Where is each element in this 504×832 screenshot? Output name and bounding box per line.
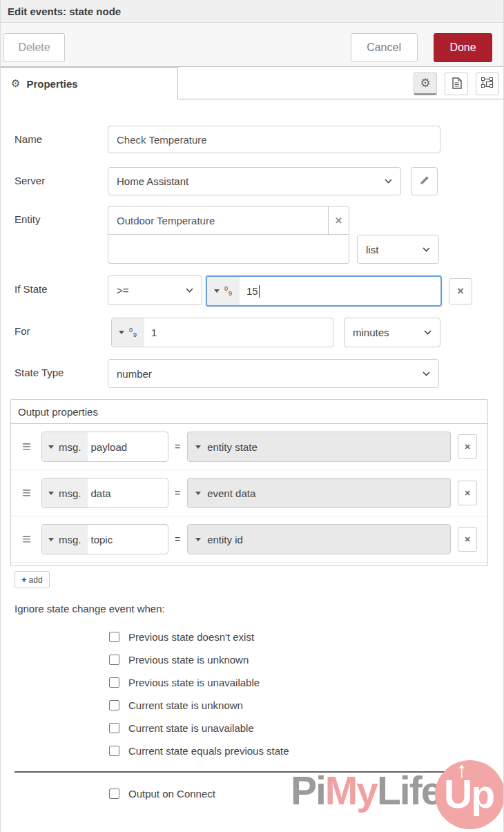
equals-sign: = [175, 487, 180, 499]
tab-properties-label: Properties [26, 78, 77, 90]
close-icon: ✕ [464, 535, 470, 544]
for-units-value: minutes [353, 327, 389, 338]
if-state-operator-select[interactable]: >= [108, 275, 202, 305]
checkbox-row: Previous state doesn't exist [109, 626, 503, 648]
chevron-down-icon [424, 330, 432, 335]
chevron-down-icon [423, 371, 430, 376]
close-icon: ✕ [464, 443, 470, 452]
source-value: entity state [207, 441, 258, 453]
remove-row-button[interactable]: ✕ [458, 434, 477, 459]
checkbox-row: Current state is unavailable [109, 717, 503, 739]
caret-down-icon [48, 538, 54, 541]
ignore-section-label: Ignore state change event when: [14, 603, 503, 615]
checkbox-current-state-is-unknown[interactable] [109, 700, 119, 710]
close-icon: ✕ [457, 286, 465, 296]
caret-down-icon [119, 331, 124, 334]
number-type-icon: 09 [129, 327, 137, 338]
drag-handle-icon[interactable]: ≡ [22, 485, 37, 501]
output-properties-title: Output properties [11, 400, 487, 424]
ignore-options-list: Previous state doesn't exist Previous st… [109, 626, 503, 762]
gear-icon: ⚙ [420, 76, 430, 90]
caret-down-icon [195, 492, 201, 495]
caret-down-icon [48, 445, 54, 449]
target-property-value: payload [88, 432, 128, 461]
chevron-down-icon [423, 247, 430, 252]
toolbar-right: Cancel Done [351, 33, 492, 62]
cancel-button[interactable]: Cancel [351, 33, 418, 62]
gear-icon: ⚙ [11, 77, 20, 90]
appearance-frame-icon [481, 77, 494, 90]
checkbox-previous-state-is-unavailable[interactable] [109, 677, 119, 688]
source-value-select[interactable]: entity state [187, 432, 451, 462]
entity-input-group: ✕ [108, 206, 349, 235]
dialog-header: Edit events: state node [1, 0, 503, 23]
for-label: For [14, 318, 108, 345]
source-value-select[interactable]: entity id [187, 524, 451, 554]
for-units-select[interactable]: minutes [344, 318, 440, 347]
server-label: Server [14, 167, 108, 195]
checkbox-row: Previous state is unknown [109, 648, 503, 671]
entity-inputs: ✕ [108, 206, 349, 264]
output-on-connect-label: Output on Connect [128, 788, 215, 800]
target-property-input[interactable]: msg. topic [41, 524, 168, 554]
target-prefix-button[interactable]: msg. [42, 478, 88, 507]
tab-bar: ⚙ Properties ⚙ [1, 67, 503, 99]
clear-if-state-button[interactable]: ✕ [449, 278, 472, 304]
checkbox-row: Current state is unknown [109, 694, 503, 717]
output-property-row: ≡ msg. payload = entity state ✕ [11, 424, 487, 470]
caret-down-icon [214, 289, 220, 293]
source-value-select[interactable]: event data [187, 478, 451, 508]
for-value: 1 [144, 318, 157, 347]
state-type-select[interactable]: number [108, 359, 439, 388]
edit-server-button[interactable] [411, 167, 438, 195]
for-row: For 09 1 minutes [14, 318, 503, 347]
type-select-button[interactable]: 09 [112, 318, 144, 347]
state-type-value: number [117, 368, 152, 380]
checkbox-current-state-equals-previous-state[interactable] [109, 746, 119, 756]
node-description-button[interactable] [445, 72, 468, 95]
properties-form: Name Server Home Assistant Entity ✕ [1, 99, 503, 800]
type-select-button[interactable]: 09 [207, 277, 240, 305]
output-properties-list: ≡ msg. payload = entity state ✕ [11, 424, 487, 565]
number-type-icon: 09 [224, 285, 233, 297]
add-output-property-button[interactable]: +add [14, 571, 50, 588]
entity-row: Entity ✕ list [14, 206, 503, 264]
name-row: Name [14, 126, 503, 153]
target-property-input[interactable]: msg. payload [41, 432, 168, 462]
source-value: entity id [207, 534, 243, 545]
checkbox-output-on-connect[interactable] [109, 789, 119, 799]
plus-icon: + [21, 574, 27, 585]
clear-entity-button[interactable]: ✕ [328, 206, 349, 234]
output-property-row: ≡ msg. topic = entity id ✕ [11, 516, 487, 563]
entity-input[interactable] [108, 206, 328, 234]
edit-node-dialog: Edit events: state node Delete Cancel Do… [0, 0, 504, 832]
entity-mode-select[interactable]: list [357, 235, 439, 264]
done-button[interactable]: Done [434, 33, 492, 62]
output-property-row: ≡ msg. data = event data ✕ [11, 470, 487, 516]
text-cursor [259, 285, 260, 298]
for-value-input[interactable]: 09 1 [111, 318, 333, 347]
server-select[interactable]: Home Assistant [108, 167, 401, 195]
if-state-operator-value: >= [117, 284, 129, 296]
if-state-value-input[interactable]: 09 15 [206, 275, 442, 307]
server-row: Server Home Assistant [14, 167, 503, 195]
checkbox-current-state-is-unavailable[interactable] [109, 723, 119, 733]
drag-handle-icon[interactable]: ≡ [22, 532, 37, 547]
remove-row-button[interactable]: ✕ [458, 481, 477, 505]
target-property-value: data [88, 478, 111, 507]
target-prefix-button[interactable]: msg. [42, 432, 88, 461]
node-properties-button[interactable]: ⚙ [414, 72, 437, 95]
pencil-icon [420, 175, 429, 187]
tab-properties[interactable]: ⚙ Properties [1, 67, 178, 99]
drag-handle-icon[interactable]: ≡ [22, 439, 37, 454]
target-property-input[interactable]: msg. data [41, 478, 168, 508]
target-prefix-button[interactable]: msg. [42, 525, 88, 554]
output-on-connect-row: Output on Connect [109, 788, 503, 800]
delete-button[interactable]: Delete [3, 33, 65, 62]
node-appearance-button[interactable] [476, 72, 499, 95]
checkbox-previous-state-is-unknown[interactable] [109, 655, 119, 665]
checkbox-previous-state-doesnt-exist[interactable] [109, 632, 119, 642]
entity-substring-input[interactable] [108, 235, 349, 264]
name-input[interactable] [108, 126, 440, 153]
remove-row-button[interactable]: ✕ [458, 527, 477, 552]
